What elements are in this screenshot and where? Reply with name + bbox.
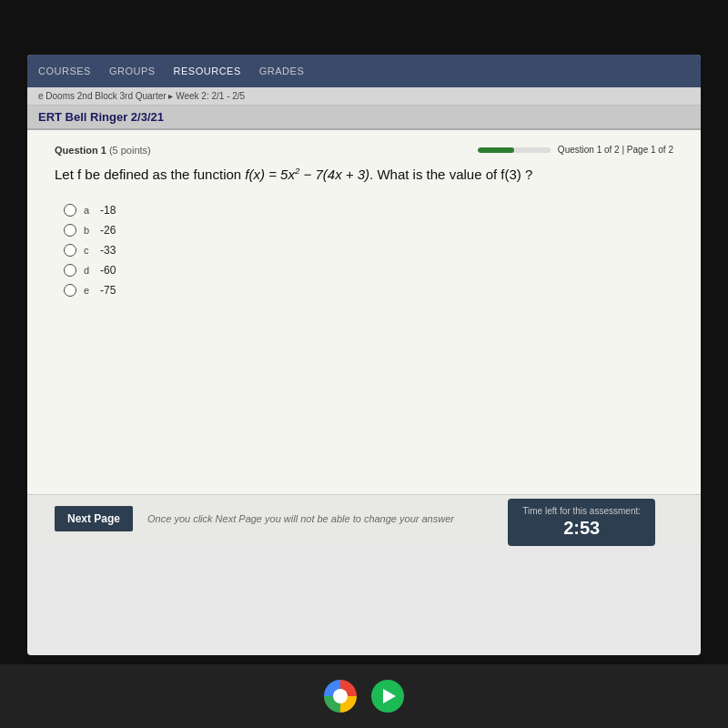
question-text: Let f be defined as the function f(x) = … bbox=[55, 165, 673, 186]
timer-label: Time left for this assessment: bbox=[522, 506, 641, 516]
option-letter-b: b bbox=[84, 225, 93, 236]
radio-e[interactable] bbox=[64, 284, 76, 297]
answer-options: a -18 b -26 c -33 d -60 bbox=[64, 204, 673, 297]
math-expression: f(x) = 5x2 − 7(4x + 3) bbox=[245, 167, 369, 182]
play-icon[interactable] bbox=[371, 680, 404, 713]
option-value-d: -60 bbox=[100, 264, 116, 277]
option-value-b: -26 bbox=[100, 224, 116, 237]
page-title: ERT Bell Ringer 2/3/21 bbox=[27, 106, 701, 130]
chrome-icon[interactable] bbox=[324, 680, 357, 713]
question-label: Question 1 (5 points) bbox=[55, 145, 151, 156]
option-value-e: -75 bbox=[100, 284, 116, 297]
main-content: Question 1 (5 points) Question 1 of 2 | … bbox=[27, 130, 701, 494]
nav-courses[interactable]: COURSES bbox=[38, 66, 91, 76]
answer-option-b[interactable]: b -26 bbox=[64, 224, 673, 237]
option-letter-d: d bbox=[84, 265, 93, 276]
breadcrumb: e Dooms 2nd Block 3rd Quarter ▸ Week 2: … bbox=[27, 87, 701, 106]
browser-bar: COURSES GROUPS RESOURCES GRADES bbox=[27, 55, 701, 87]
screen: COURSES GROUPS RESOURCES GRADES e Dooms … bbox=[27, 55, 701, 655]
radio-d[interactable] bbox=[64, 264, 76, 277]
question-progress: Question 1 of 2 | Page 1 of 2 bbox=[478, 145, 673, 155]
nav-grades[interactable]: GRADES bbox=[259, 66, 304, 76]
question-header: Question 1 (5 points) Question 1 of 2 | … bbox=[55, 145, 673, 156]
chrome-icon-inner bbox=[333, 689, 348, 703]
answer-option-c[interactable]: c -33 bbox=[64, 244, 673, 257]
option-value-a: -18 bbox=[100, 204, 116, 217]
answer-option-a[interactable]: a -18 bbox=[64, 204, 673, 217]
nav-groups[interactable]: GROUPS bbox=[109, 66, 156, 76]
progress-bar-fill bbox=[478, 147, 514, 153]
play-triangle-icon bbox=[383, 689, 396, 703]
answer-option-e[interactable]: e -75 bbox=[64, 284, 673, 297]
nav-resources[interactable]: RESOURCES bbox=[174, 66, 241, 76]
timer-widget: Time left for this assessment: 2:53 bbox=[508, 499, 655, 546]
laptop-frame: COURSES GROUPS RESOURCES GRADES e Dooms … bbox=[0, 0, 728, 728]
answer-option-d[interactable]: d -60 bbox=[64, 264, 673, 277]
progress-bar bbox=[478, 147, 551, 153]
option-letter-a: a bbox=[84, 205, 93, 216]
option-value-c: -33 bbox=[100, 244, 116, 257]
option-letter-e: e bbox=[84, 285, 93, 296]
next-page-hint: Once you click Next Page you will not be… bbox=[147, 513, 454, 524]
option-letter-c: c bbox=[84, 245, 93, 256]
radio-c[interactable] bbox=[64, 244, 76, 257]
radio-a[interactable] bbox=[64, 204, 76, 217]
timer-value: 2:53 bbox=[522, 518, 641, 539]
next-page-button[interactable]: Next Page bbox=[55, 506, 133, 531]
radio-b[interactable] bbox=[64, 224, 76, 237]
taskbar bbox=[0, 664, 728, 728]
